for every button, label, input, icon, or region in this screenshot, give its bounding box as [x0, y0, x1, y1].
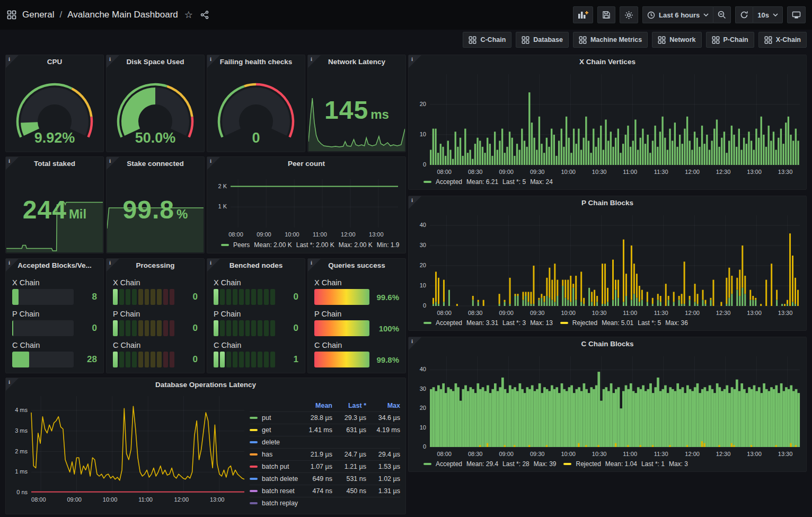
legend-color-chip — [250, 466, 258, 468]
info-icon[interactable]: i — [409, 196, 421, 209]
panel-p-chain-blocks: i P Chain Blocks 01020304008:0008:3009:0… — [408, 196, 807, 331]
page-title[interactable]: Avalanche Main Dashboard — [67, 10, 178, 20]
db-table-row: batch replay — [250, 497, 400, 509]
legend-series-name: batch delete — [262, 475, 298, 483]
led-cell — [226, 352, 231, 367]
legend-series-has[interactable]: has — [250, 451, 298, 458]
info-icon[interactable]: i — [6, 378, 19, 391]
db-table-header-cell[interactable]: Max — [366, 402, 400, 409]
info-icon[interactable]: i — [6, 157, 19, 170]
x-axis-tick: 08:00 — [437, 451, 452, 457]
refresh-button[interactable] — [735, 6, 753, 23]
info-icon[interactable]: i — [107, 55, 119, 68]
db-ops-chart[interactable]: 4 ms3 ms2 ms1 ms0 ns08:0009:0010:0011:00… — [6, 378, 249, 514]
led-cell — [233, 320, 237, 336]
zoom-out-time-button[interactable] — [713, 6, 731, 23]
db-table-cell: 649 ns — [298, 475, 332, 483]
panel-title[interactable]: Accepted Blocks/Ve... — [6, 259, 103, 273]
legend-series-name: batch reset — [262, 487, 295, 495]
info-icon[interactable]: i — [409, 55, 421, 68]
info-icon[interactable]: i — [308, 55, 321, 68]
db-table-header-cell[interactable]: Mean — [298, 402, 332, 409]
led-cell — [157, 352, 162, 367]
x-chain-vertices-chart[interactable]: 0102008:0008:3009:0009:3010:0010:3011:00… — [409, 55, 806, 189]
x-axis-tick: 08:30 — [468, 451, 483, 457]
legend-series-batch-replay[interactable]: batch replay — [250, 500, 298, 507]
legend-series-batch-reset[interactable]: batch reset — [250, 487, 298, 495]
info-icon[interactable]: i — [207, 259, 220, 271]
db-table-header-cell[interactable]: Last * — [332, 402, 366, 409]
dashboard-link-p-chain[interactable]: P-Chain — [706, 32, 754, 48]
legend-series-rejected[interactable]: RejectedMean: 1.04Last *: 1Max: 3 — [563, 460, 687, 468]
dashboard-link-network[interactable]: Network — [652, 32, 701, 48]
info-icon[interactable]: i — [107, 157, 119, 170]
legend-stat: Mean: 3.31 — [466, 319, 498, 327]
share-icon[interactable] — [199, 10, 210, 20]
x-axis-tick: 11:00 — [313, 231, 327, 238]
settings-gear-button[interactable] — [620, 6, 638, 23]
legend-series-accepted[interactable]: AcceptedMean: 6.21Last *: 5Max: 24 — [423, 178, 553, 186]
c-chain-blocks-chart[interactable]: 01020304008:0008:3009:0009:3010:0010:301… — [409, 337, 806, 471]
panel-title[interactable]: Queries success — [308, 259, 405, 273]
led-cell — [233, 289, 237, 305]
info-icon[interactable]: i — [207, 157, 220, 170]
led-cell — [264, 289, 269, 305]
dashboard-link-database[interactable]: Database — [516, 32, 569, 48]
add-panel-button[interactable] — [573, 6, 593, 23]
peer-count-chart[interactable]: 2 K1 K08:0009:0010:0011:0012:0013:00 — [207, 157, 405, 253]
stat-row-value: 0 — [180, 292, 198, 302]
info-icon[interactable]: i — [207, 55, 220, 68]
db-table-row: put28.8 µs29.3 µs34.6 µs — [250, 411, 400, 424]
star-icon[interactable]: ☆ — [183, 10, 194, 20]
legend-series-accepted[interactable]: AcceptedMean: 3.31Last *: 3Max: 13 — [423, 319, 553, 327]
legend-series-put[interactable]: put — [250, 414, 298, 422]
time-range-picker[interactable]: Last 6 hours — [642, 6, 713, 23]
p-chain-blocks-chart[interactable]: 01020304008:0008:3009:0009:3010:0010:301… — [409, 196, 806, 330]
dashboard-link-c-chain[interactable]: C-Chain — [463, 32, 511, 48]
panel-title[interactable]: CPU — [6, 55, 103, 69]
led-cell — [239, 320, 244, 336]
info-icon[interactable]: i — [308, 259, 321, 271]
panel-title[interactable]: Disk Space Used — [107, 55, 204, 69]
legend-series-peers[interactable]: PeersMean: 2.00 KLast *: 2.00 KMax: 2.00… — [221, 241, 400, 249]
panel-title[interactable]: Failing health checks — [207, 55, 305, 69]
db-table-row: batch reset474 ns450 ns1.31 µs — [250, 485, 400, 497]
info-icon[interactable]: i — [6, 259, 19, 271]
info-icon[interactable]: i — [409, 337, 421, 350]
legend-stat: Mean: 6.21 — [466, 178, 498, 186]
dashboard-link-x-chain[interactable]: X-Chain — [758, 32, 807, 48]
legend-color-chip — [250, 441, 258, 443]
stat-row-value: 0 — [79, 323, 97, 334]
x-axis-tick: 10:30 — [592, 451, 607, 457]
apps-grid-icon[interactable] — [6, 10, 17, 20]
legend-series-accepted[interactable]: AcceptedMean: 29.4Last *: 28Max: 39 — [423, 460, 556, 468]
legend-series-rejected[interactable]: RejectedMean: 5.01Last *: 5Max: 36 — [560, 319, 688, 327]
panel-title[interactable]: Processing — [107, 259, 204, 273]
save-dashboard-button[interactable] — [597, 6, 615, 23]
x-axis-tick: 10:00 — [103, 496, 118, 503]
processing-rows: X Chain0P Chain0C Chain0 — [113, 274, 198, 367]
y-axis-tick: 10 — [420, 282, 426, 288]
panel-network-latency: i Network Latency 145ms — [307, 55, 406, 152]
legend-series-batch-put[interactable]: batch put — [250, 463, 298, 470]
legend-series-batch-delete[interactable]: batch delete — [250, 475, 298, 483]
dashboard-link-machine-metrics[interactable]: Machine Metrics — [573, 32, 648, 48]
panel-title[interactable]: Benched nodes — [207, 259, 305, 273]
bar-gauge-fill — [12, 320, 13, 336]
panel-title[interactable]: Total staked — [6, 157, 103, 171]
c-chain-blocks-legend: AcceptedMean: 29.4Last *: 28Max: 39Rejec… — [423, 460, 688, 468]
info-icon[interactable]: i — [107, 259, 119, 271]
breadcrumb-folder[interactable]: General — [22, 10, 54, 20]
stat-row-value: 1 — [280, 354, 298, 365]
info-icon[interactable]: i — [6, 55, 19, 68]
legend-stat: Max: 36 — [665, 319, 688, 327]
legend-series-get[interactable]: get — [250, 426, 298, 434]
apps-grid-icon — [658, 36, 666, 44]
legend-series-delete[interactable]: delete — [250, 439, 298, 446]
panel-title[interactable]: Network Latency — [308, 55, 405, 69]
kiosk-mode-button[interactable] — [787, 6, 806, 23]
refresh-interval-dropdown[interactable]: 10s — [753, 6, 783, 23]
legend-series-name: batch put — [262, 463, 289, 470]
panel-title[interactable]: Stake connected — [107, 157, 204, 171]
dashboard-link-label: X-Chain — [776, 36, 801, 43]
